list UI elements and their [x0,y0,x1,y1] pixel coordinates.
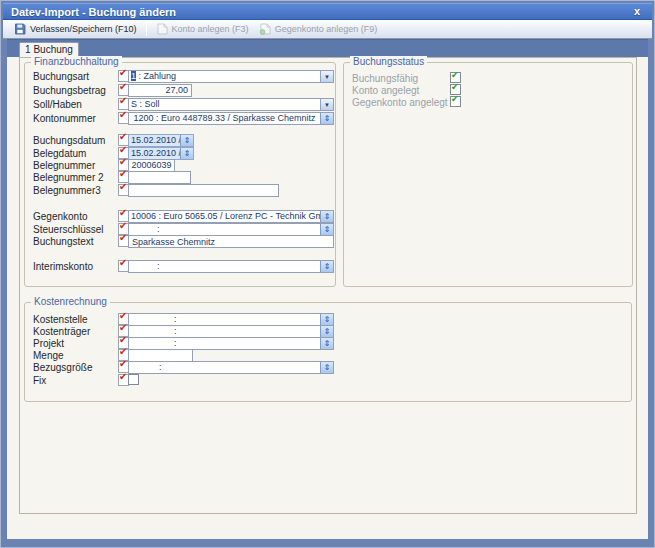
updown-spinner-icon[interactable]: ⇕ [320,211,333,222]
updown-spinner-icon[interactable]: ⇕ [320,113,333,124]
page-plus-icon [259,23,271,35]
buchungsbetrag-value: 27,00 [129,85,191,96]
fix-checkbox[interactable] [128,374,139,385]
client-area: 1 Buchung Finanzbuchhaltung Buchungsart … [7,39,648,539]
row-belegnummer3: Belegnummer3 ✔ [25,184,335,197]
interimskonto-value: : [129,261,320,272]
projekt-label: Projekt [33,338,64,349]
red-check-icon: ✔ [119,346,127,358]
group-title-finanzbuchhaltung: Finanzbuchhaltung [31,56,122,67]
red-check-icon: ✔ [119,131,127,143]
tab-buchung[interactable]: 1 Buchung [19,42,79,57]
kostenstelle-label: Kostenstelle [33,314,87,325]
interimskonto-combo[interactable]: : ⇕ [128,260,334,273]
create-account-label: Konto anlegen (F3) [172,24,249,34]
red-check-icon: ✔ [119,257,127,269]
row-kontonummer: Kontonummer ✔ 1200 : Euro 448789.33 / Sp… [25,112,335,125]
red-check-icon: ✔ [119,334,127,346]
gegenkonto-label: Gegenkonto [33,211,88,222]
soll-haben-dropdown[interactable]: S : Soll ▼ [128,98,334,111]
buchungsfaehig-label: Buchungsfähig [352,73,418,84]
title-bar: Datev-Import - Buchung ändern x [3,3,652,20]
updown-spinner-icon[interactable]: ⇕ [320,261,333,272]
green-check-icon: ✔ [451,82,459,93]
red-check-icon: ✔ [119,220,127,232]
row-bezugsgroesse: Bezugsgröße ✔ : ⇕ [25,361,631,374]
belegnummer2-label: Belegnummer 2 [33,172,104,183]
menge-label: Menge [33,350,64,361]
belegnummer2-input[interactable] [128,171,191,184]
soll-haben-value: S : Soll [129,99,320,110]
group-buchungsstatus: Buchungsstatus Buchungsfähig ✔ Konto ang… [343,62,633,287]
window-title: Datev-Import - Buchung ändern [11,6,630,18]
updown-spinner-icon[interactable]: ⇕ [180,135,193,146]
row-soll-haben: Soll/Haben ✔ S : Soll ▼ [25,98,335,111]
row-interimskonto: Interimskonto ✔ : ⇕ [25,260,335,273]
red-check-icon: ✔ [119,156,127,168]
tab-page: Finanzbuchhaltung Buchungsart ✔ 1 : Zahl… [19,57,637,514]
updown-spinner-icon[interactable]: ⇕ [320,326,333,337]
projekt-value: : [129,338,320,349]
kostentraeger-value: : [129,326,320,337]
belegnummer-label: Belegnummer [33,160,95,171]
red-check-icon: ✔ [119,144,127,156]
gegenkonto-combo[interactable]: 10006 : Euro 5065.05 / Lorenz PC - Techn… [128,210,334,223]
bezugsgroesse-combo[interactable]: : ⇕ [128,361,334,374]
belegnummer3-label: Belegnummer3 [33,185,101,196]
red-check-icon: ✔ [119,168,127,180]
row-gegenkonto-angelegt: Gegenkonto angelegt ✔ [344,96,632,109]
buchungsbetrag-label: Buchungsbetrag [33,85,106,96]
updown-spinner-icon[interactable]: ⇕ [320,338,333,349]
group-title-kostenrechnung: Kostenrechnung [31,296,110,307]
create-contra-account-button[interactable]: Gegenkonto anlegen (F9) [254,21,383,37]
dropdown-arrow-icon[interactable]: ▼ [320,71,333,82]
red-check-icon: ✔ [119,232,127,244]
row-buchungsdatum: Buchungsdatum ✔ 15.02.2010 /Mo ⇕ [25,134,335,147]
row-belegnummer2: Belegnummer 2 ✔ [25,171,335,184]
kontonummer-combo[interactable]: 1200 : Euro 448789.33 / Sparkasse Chemni… [128,112,334,125]
toolbar: Verlassen/Speichern (F10) Konto anlegen … [3,20,652,39]
create-account-button[interactable]: Konto anlegen (F3) [151,21,254,37]
konto-angelegt-label: Konto angelegt [352,85,419,96]
create-contra-account-label: Gegenkonto anlegen (F9) [275,24,378,34]
steuerschluessel-label: Steuerschlüssel [33,224,104,235]
buchungsart-value: 1 : Zahlung [129,71,320,82]
group-finanzbuchhaltung: Finanzbuchhaltung Buchungsart ✔ 1 : Zahl… [24,62,336,287]
buchungstext-input[interactable] [128,235,334,248]
dropdown-arrow-icon[interactable]: ▼ [320,99,333,110]
buchungsbetrag-field[interactable]: 27,00 [128,84,192,97]
soll-haben-label: Soll/Haben [33,99,82,110]
floppy-disk-icon [14,23,26,35]
red-check-icon: ✔ [119,322,127,334]
belegdatum-value: 15.02.2010 /Mo [129,148,180,159]
row-buchungsbetrag: Buchungsbetrag ✔ 27,00 [25,84,335,97]
buchungsart-label: Buchungsart [33,71,89,82]
save-exit-button[interactable]: Verlassen/Speichern (F10) [9,21,142,37]
updown-spinner-icon[interactable]: ⇕ [320,224,333,235]
red-check-icon: ✔ [119,207,127,219]
save-exit-label: Verlassen/Speichern (F10) [30,24,137,34]
belegnummer3-input[interactable] [128,184,279,197]
gegenkonto-value: 10006 : Euro 5065.05 / Lorenz PC - Techn… [129,211,320,222]
row-fix: Fix ✔ [25,374,631,387]
datev-import-window: Datev-Import - Buchung ändern x Verlasse… [0,0,655,548]
buchungsart-dropdown[interactable]: 1 : Zahlung ▼ [128,70,334,83]
updown-spinner-icon[interactable]: ⇕ [180,148,193,159]
row-buchungstext: Buchungstext ✔ [25,235,335,248]
bezugsgroesse-value: : [129,362,320,373]
kontonummer-value: 1200 : Euro 448789.33 / Sparkasse Chemni… [129,113,320,124]
kontonummer-label: Kontonummer [33,113,96,124]
close-button[interactable]: x [630,4,644,19]
gegenkonto-angelegt-checkbox[interactable]: ✔ [450,96,461,107]
updown-spinner-icon[interactable]: ⇕ [320,314,333,325]
tab-strip [7,39,648,57]
red-check-icon: ✔ [119,109,127,121]
green-check-icon: ✔ [451,70,459,81]
belegdatum-label: Belegdatum [33,148,86,159]
buchungstext-label: Buchungstext [33,236,94,247]
buchungsdatum-label: Buchungsdatum [33,135,105,146]
gegenkonto-angelegt-label: Gegenkonto angelegt [352,97,448,108]
buchungsdatum-field[interactable]: 15.02.2010 /Mo ⇕ [128,134,194,147]
updown-spinner-icon[interactable]: ⇕ [320,362,333,373]
belegnummer-value: 20006039 [129,160,174,171]
